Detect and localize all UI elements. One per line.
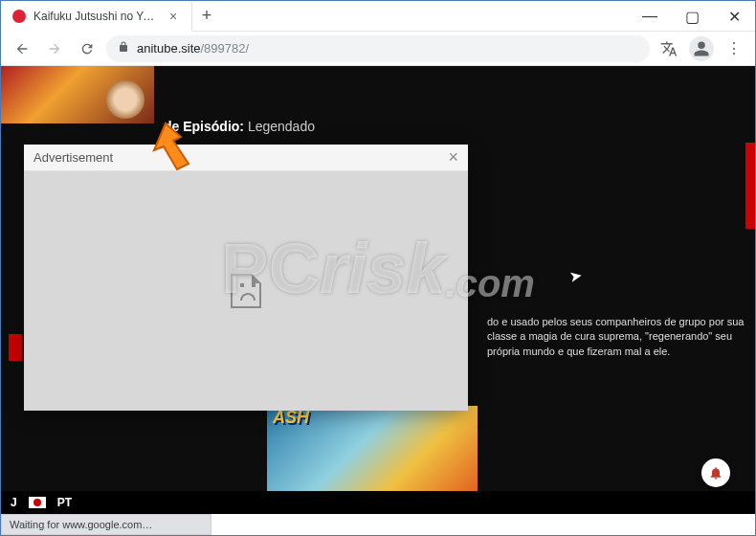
site-favicon: [12, 10, 26, 23]
maximize-icon: ▢: [685, 8, 700, 26]
url-text: anitube.site/899782/: [137, 41, 249, 56]
back-button[interactable]: [9, 35, 35, 62]
ad-modal-header: Advertisement ×: [24, 145, 468, 171]
url-host: anitube.site: [137, 41, 201, 56]
ad-modal-title: Advertisement: [33, 150, 113, 165]
broken-page-icon: [231, 274, 261, 308]
tab-close-icon[interactable]: ×: [167, 10, 180, 23]
browser-tab[interactable]: Kaifuku Jutsushi no Yarinaoshi – ×: [1, 2, 192, 32]
forward-button[interactable]: [41, 35, 68, 62]
mouse-cursor-icon: ➤: [567, 266, 583, 286]
avatar-icon: [689, 36, 714, 61]
lock-icon: [118, 40, 129, 57]
menu-icon: ⋮: [726, 39, 742, 57]
episode-value: Legendado: [248, 119, 315, 134]
translate-icon: [660, 40, 678, 57]
anime-banner-image: [1, 66, 154, 123]
translate-button[interactable]: [656, 35, 682, 62]
game-ad-title: ASH: [273, 408, 309, 428]
episode-prefix: de Episódio:: [164, 119, 244, 134]
profile-button[interactable]: [688, 35, 715, 62]
arrow-left-icon: [14, 41, 30, 56]
side-red-accent: [745, 143, 755, 229]
close-window-button[interactable]: ✕: [713, 1, 755, 32]
toolbar: anitube.site/899782/ ⋮: [1, 32, 755, 66]
language-bar: J PT: [1, 491, 755, 514]
maximize-button[interactable]: ▢: [671, 1, 713, 32]
status-text: Waiting for www.google.com…: [10, 519, 152, 530]
left-red-accent: [9, 334, 22, 361]
ad-modal-body: [24, 171, 468, 411]
url-path: /899782/: [201, 41, 250, 56]
anime-description: do e usado pelos seus companheiros de gr…: [487, 315, 745, 359]
page-content: de Episódio: Legendado do e usado pelos …: [1, 66, 755, 514]
minimize-button[interactable]: —: [629, 1, 671, 32]
lang-j-label[interactable]: J: [11, 496, 17, 509]
reload-icon: [79, 41, 95, 56]
notification-bell-button[interactable]: [701, 458, 730, 487]
status-bar: Waiting for www.google.com…: [1, 514, 211, 535]
minimize-icon: —: [642, 8, 657, 25]
window-controls: — ▢ ✕: [629, 1, 755, 31]
lang-pt-label[interactable]: PT: [57, 496, 72, 509]
new-tab-button[interactable]: +: [192, 1, 221, 31]
advertisement-modal: Advertisement ×: [24, 145, 468, 411]
japan-flag-icon[interactable]: [29, 497, 46, 508]
reload-button[interactable]: [74, 35, 100, 62]
titlebar: Kaifuku Jutsushi no Yarinaoshi – × + — ▢…: [1, 1, 755, 32]
menu-button[interactable]: ⋮: [721, 35, 747, 62]
arrow-right-icon: [47, 41, 62, 56]
tab-title: Kaifuku Jutsushi no Yarinaoshi –: [33, 10, 159, 23]
ad-close-button[interactable]: ×: [448, 147, 458, 168]
address-bar[interactable]: anitube.site/899782/: [106, 35, 650, 62]
close-icon: ✕: [728, 8, 741, 26]
browser-window: Kaifuku Jutsushi no Yarinaoshi – × + — ▢…: [0, 0, 756, 536]
bell-icon: [708, 465, 723, 480]
episode-label: de Episódio: Legendado: [164, 119, 315, 134]
